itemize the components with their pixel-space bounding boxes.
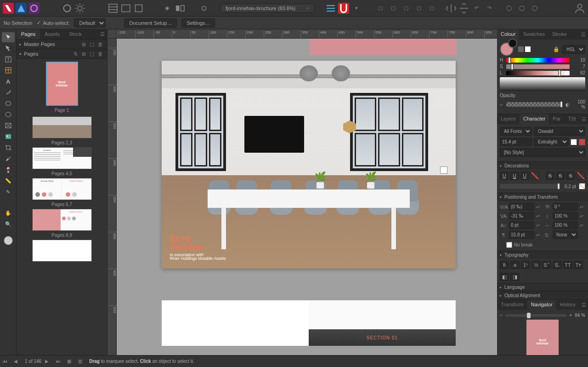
page-thumb-next[interactable] (18, 240, 105, 262)
scroll-lock-icon[interactable]: ⇅ (71, 51, 79, 57)
text-flow-icon[interactable] (120, 3, 131, 14)
hue-slider[interactable] (506, 58, 570, 63)
artistic-text-tool[interactable]: A (2, 76, 15, 86)
master-opts-icon[interactable]: ▢ (88, 41, 96, 47)
lock-icon[interactable]: 🔒 (553, 46, 560, 52)
typography-toggle[interactable]: ▾Typography (497, 251, 588, 259)
frame-text-tool[interactable]: T (2, 54, 15, 64)
vector-crop-tool[interactable] (2, 143, 15, 153)
measure-tool[interactable]: 📏 (2, 176, 15, 186)
deco-colour-swatch[interactable] (579, 183, 585, 189)
assets-tab[interactable]: Assets (40, 29, 64, 39)
place-image-tool[interactable] (2, 132, 15, 142)
swatches-tab[interactable]: Swatches (519, 29, 548, 40)
font-collection-select[interactable]: All Fonts (500, 127, 532, 136)
fill-tool[interactable]: 🖌 (2, 154, 15, 164)
view-mode-btn-1[interactable] (62, 3, 73, 14)
next-page-btn[interactable]: ▶ (45, 359, 52, 364)
colour-mode-select[interactable]: HSL (562, 45, 585, 54)
underline-btn[interactable]: U (500, 172, 509, 180)
move-tool[interactable] (2, 32, 15, 42)
typo-extra-1[interactable]: ◧ (500, 273, 509, 281)
superscript-btn[interactable]: S˟ (542, 261, 551, 269)
split-view-icon[interactable] (175, 3, 186, 14)
italic-alt-btn[interactable]: a (510, 261, 520, 269)
master-pages-header[interactable]: ▸Master Pages ⊞ ▢ 🗑 (17, 40, 107, 49)
baseline-grid-icon[interactable] (107, 3, 119, 14)
typo-extra-2[interactable]: ◨ (510, 273, 520, 281)
ellipse-tool[interactable] (2, 109, 15, 120)
underline-colour-btn[interactable]: U (520, 172, 529, 180)
no-strike-btn[interactable] (577, 172, 585, 180)
character-tab[interactable]: Character (520, 114, 549, 124)
flip-v-icon[interactable] (458, 3, 469, 14)
page-thumb-1[interactable]: fjordinnehav Page 1 (18, 62, 105, 113)
clip-canvas-icon[interactable] (133, 3, 144, 14)
table-tool[interactable] (2, 65, 15, 75)
page-thumb-89[interactable]: Growth Patterns Pages 8,9 (18, 209, 105, 238)
stock-tab[interactable]: Stock (64, 29, 86, 39)
pen-tool[interactable] (2, 87, 15, 97)
ordinals-btn[interactable]: 1ˢ (521, 261, 530, 269)
align-panel-icon[interactable] (325, 3, 336, 14)
arrange-frontone-icon[interactable]: ▢ (401, 3, 412, 14)
preflight2-icon[interactable]: ▥ (78, 359, 85, 364)
shear-input[interactable] (553, 203, 578, 211)
tracking-input[interactable] (509, 212, 534, 220)
globe-icon[interactable]: ◯ (529, 3, 540, 14)
delete-page-icon[interactable]: 🗑 (96, 51, 104, 57)
insert-inside-icon[interactable]: ▢ (426, 3, 437, 14)
history-tab[interactable]: History (556, 300, 579, 310)
allcaps-btn[interactable]: TT (563, 261, 572, 269)
view-tool[interactable]: ✋ (2, 208, 15, 218)
colour-panel-menu[interactable]: ☰ (579, 29, 588, 40)
preflight-icon[interactable]: ▦ (67, 359, 74, 364)
zoom-tool[interactable]: 🔍 (2, 219, 15, 229)
group-icon[interactable]: ◯ (503, 3, 514, 14)
paragraph-tab[interactable]: Par (549, 114, 564, 124)
deco-offset-slider[interactable] (500, 184, 560, 189)
first-page-btn[interactable]: ⏮ (3, 359, 10, 364)
leading-input[interactable] (509, 231, 534, 239)
preferences-icon[interactable] (74, 3, 85, 14)
text-fill-swatch[interactable] (571, 139, 577, 145)
arrange-back-icon[interactable]: ▢ (375, 3, 386, 14)
page-thumb-45[interactable]: Contents Pages 4,5 (18, 147, 105, 176)
zoom-in-btn[interactable]: + (569, 313, 572, 318)
noise-icon[interactable]: ◐ (565, 102, 570, 107)
pages-tab[interactable]: Pages (17, 29, 40, 39)
link-icon[interactable] (198, 3, 209, 14)
dbl-underline-btn[interactable]: U̲ (510, 172, 519, 180)
positioning-toggle[interactable]: ▾Positioning and Transform (497, 193, 588, 201)
prev-spread-peek[interactable] (310, 39, 457, 55)
document-setup-button[interactable]: Document Setup… (124, 18, 177, 28)
flip-h-icon[interactable] (446, 3, 457, 14)
strike-btn[interactable]: S (546, 172, 554, 180)
decorations-toggle[interactable]: ▾Decorations (497, 161, 588, 170)
prev-page-btn[interactable]: ◀ (14, 359, 21, 364)
page-thumb-67[interactable]: Thematic Equity Growth Patterns Pages 6,… (18, 178, 105, 207)
page-opts-icon[interactable]: ▢ (88, 51, 96, 57)
zoom-slider[interactable] (505, 314, 567, 317)
language-toggle[interactable]: ▸Language (497, 283, 588, 291)
hscale-input[interactable] (553, 221, 578, 229)
picture-frame-tool[interactable] (2, 120, 15, 131)
auto-select-checkbox[interactable]: ✓Auto-select: (37, 20, 69, 26)
rotate-cw-icon[interactable]: ↷ (484, 3, 495, 14)
preview-icon[interactable]: ◉ (162, 3, 173, 14)
auto-select-mode[interactable]: Default (74, 18, 106, 28)
settings-button[interactable]: Settings… (181, 18, 215, 28)
transform-tab[interactable]: Transform (497, 300, 527, 310)
dbl-strike-btn[interactable]: S (556, 172, 565, 180)
rotate-ccw-icon[interactable]: ↶ (471, 3, 482, 14)
rectangle-tool[interactable] (2, 98, 15, 109)
colour-picker-tool[interactable]: ✎ (2, 187, 15, 197)
publisher-app-icon[interactable] (3, 3, 14, 14)
panel-menu-icon[interactable]: ☰ (98, 29, 107, 39)
next-spread-peek[interactable]: SECTION 01 (162, 300, 456, 346)
zoom-out-btn[interactable]: − (500, 313, 503, 318)
document-title[interactable]: fjord-innehav-brochure (83.6%) × (220, 4, 314, 13)
subscript-btn[interactable]: S. (553, 261, 562, 269)
font-family-select[interactable]: Oswald (534, 127, 585, 136)
navigator-tab[interactable]: Navigator (527, 300, 556, 310)
